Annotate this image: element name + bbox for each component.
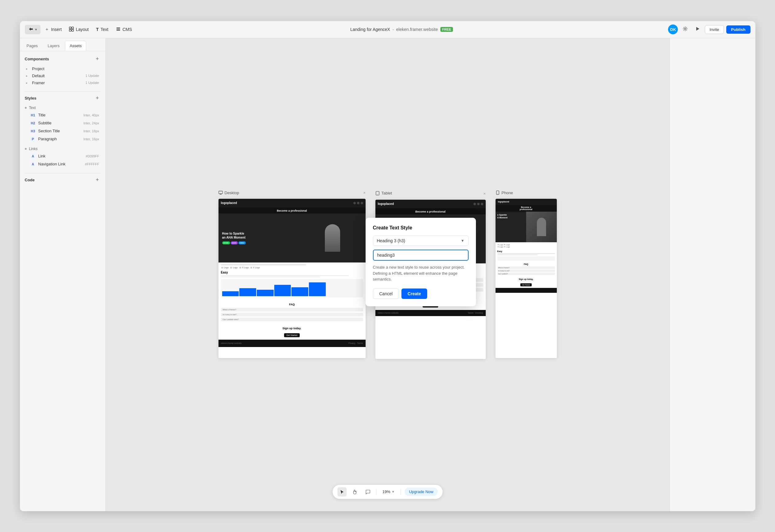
desktop-frame-wrapper: Desktop ✕ logoplaced — [218, 191, 365, 358]
zoom-control[interactable]: 19% ▼ — [380, 488, 397, 495]
phone-footer — [496, 288, 557, 293]
svg-marker-8 — [696, 27, 699, 31]
close-tablet-icon[interactable]: ✕ — [483, 192, 486, 195]
style-name-input[interactable] — [373, 250, 469, 261]
toolbar-left: ▼ ＋ Insert Layout T Tex — [25, 25, 135, 34]
avatar-button[interactable]: DK — [668, 25, 678, 34]
desktop-hero: How to Sparklean AHA Moment WOW! AHA! OM… — [218, 213, 365, 262]
text-group-header[interactable]: Text — [20, 104, 105, 111]
bullet-icon: ▸ — [26, 74, 30, 77]
desktop-icon — [218, 191, 223, 195]
tab-assets-label: Assets — [70, 43, 81, 48]
tab-layers[interactable]: Layers — [43, 41, 64, 51]
sidebar-item-framer[interactable]: ▸ Framer 1 Update — [21, 79, 104, 86]
zoom-level: 19% — [382, 489, 391, 494]
close-desktop-icon[interactable]: ✕ — [363, 191, 365, 194]
hand-icon — [352, 489, 357, 494]
phone-signup-title: Sign up today. — [497, 278, 555, 280]
avatar-initials: DK — [670, 27, 676, 32]
toolbar-right: DK Invite — [668, 25, 750, 34]
publish-label: Publish — [731, 27, 746, 32]
settings-button[interactable] — [680, 25, 690, 34]
canvas-area[interactable]: Desktop ✕ logoplaced — [106, 38, 670, 511]
desktop-topbar-logo: logoplaced — [221, 201, 237, 205]
upgrade-label: Upgrade Now — [409, 489, 434, 494]
add-code-button[interactable]: + — [94, 177, 100, 183]
paragraph-label: Paragraph — [38, 137, 57, 141]
wow-badge: WOW! — [222, 241, 230, 244]
nav-link-label: Navigation Link — [38, 162, 66, 166]
phone-easy-title: Easy — [497, 250, 555, 252]
style-p[interactable]: P Paragraph Inter, 16px — [21, 135, 104, 143]
logo-button[interactable]: ▼ — [25, 25, 41, 34]
free-badge: FREE — [441, 27, 453, 32]
bar — [274, 285, 291, 296]
links-group-header[interactable]: Links — [20, 145, 105, 152]
desktop-footer: eleken.framer.website Privacy · Terms — [218, 340, 365, 347]
style-nav-link[interactable]: A Navigation Link #FFFFFF — [21, 160, 104, 168]
svg-rect-5 — [116, 29, 120, 29]
upgrade-button[interactable]: Upgrade Now — [405, 488, 438, 496]
create-label: Create — [408, 291, 421, 296]
text-icon: T — [96, 27, 99, 32]
chart-area — [221, 279, 363, 297]
sidebar-item-project[interactable]: ▸ Project — [21, 65, 104, 72]
logo-item: Logo — [221, 266, 229, 269]
separator: · — [393, 27, 394, 32]
add-style-button[interactable]: + — [94, 95, 100, 101]
phone-faq-1: What is Framer? — [497, 266, 555, 269]
insert-button[interactable]: ＋ Insert — [42, 25, 65, 34]
layout-label: Layout — [76, 27, 89, 32]
project-label: Project — [32, 66, 44, 71]
phone-topbar: logoplaced — [496, 199, 557, 205]
links-group: Links A Link #0099FF A Navigation Link #… — [20, 145, 105, 168]
desktop-label: Desktop — [218, 191, 239, 195]
comment-tool[interactable] — [363, 487, 372, 496]
dot-icon — [25, 107, 27, 109]
add-component-button[interactable]: + — [94, 56, 100, 62]
phone-faq: FAQ What is Framer? Is it easy to use? C… — [496, 262, 557, 277]
tablet-label: Tablet — [375, 191, 392, 195]
layout-button[interactable]: Layout — [66, 25, 92, 34]
cancel-button[interactable]: Cancel — [373, 289, 399, 299]
comment-icon — [365, 489, 370, 494]
insert-icon: ＋ — [45, 27, 49, 32]
heading-dropdown[interactable]: Heading 3 (h3) ▼ — [373, 236, 469, 246]
dropdown-icon: ▼ — [35, 28, 38, 31]
text-label: Text — [100, 27, 108, 32]
cms-icon — [116, 27, 121, 32]
svg-point-7 — [685, 28, 686, 30]
bottom-bar: 19% ▼ Upgrade Now — [332, 485, 443, 499]
phone-frame: logoplaced Become aprofessional o Sparkl… — [496, 199, 557, 358]
tablet-topbar: logoplaced — [375, 200, 486, 208]
style-h2[interactable]: H2 Subtitle Inter, 24px — [21, 119, 104, 127]
invite-button[interactable]: Invite — [705, 25, 724, 34]
svg-point-17 — [497, 194, 498, 194]
invite-label: Invite — [709, 27, 719, 32]
phone-chart — [497, 256, 555, 261]
subtitle-meta: Inter, 24px — [83, 121, 99, 125]
styles-section: Styles + Text H1 Title Inter, 40px — [20, 94, 105, 168]
phone-signup: Sign up today. Get Started — [496, 277, 557, 288]
play-button[interactable] — [693, 25, 702, 34]
hand-tool[interactable] — [350, 487, 359, 496]
phone-hero: o SparkleA Moment — [496, 212, 557, 242]
create-button[interactable]: Create — [402, 289, 427, 299]
signup-title: Sign up today. — [221, 327, 363, 330]
cms-button[interactable]: CMS — [113, 25, 135, 34]
style-h3[interactable]: H3 Section Title Inter, 18px — [21, 127, 104, 135]
style-h1[interactable]: H1 Title Inter, 40px — [21, 111, 104, 119]
tab-assets[interactable]: Assets — [65, 41, 86, 51]
cursor-tool[interactable] — [337, 487, 346, 496]
tab-pages[interactable]: Pages — [22, 41, 42, 51]
h1-tag: H1 — [30, 112, 36, 118]
style-link[interactable]: A Link #0099FF — [21, 152, 104, 160]
topbar-dot — [357, 202, 359, 204]
code-section: Code + — [20, 176, 105, 184]
phone-hero-text: o SparkleA Moment — [496, 212, 557, 221]
text-group-label: Text — [29, 106, 36, 110]
styles-title: Styles — [25, 96, 36, 100]
sidebar-item-default[interactable]: ▸ Default 1 Update — [21, 72, 104, 79]
text-button[interactable]: T Text — [93, 25, 111, 34]
publish-button[interactable]: Publish — [726, 25, 750, 34]
